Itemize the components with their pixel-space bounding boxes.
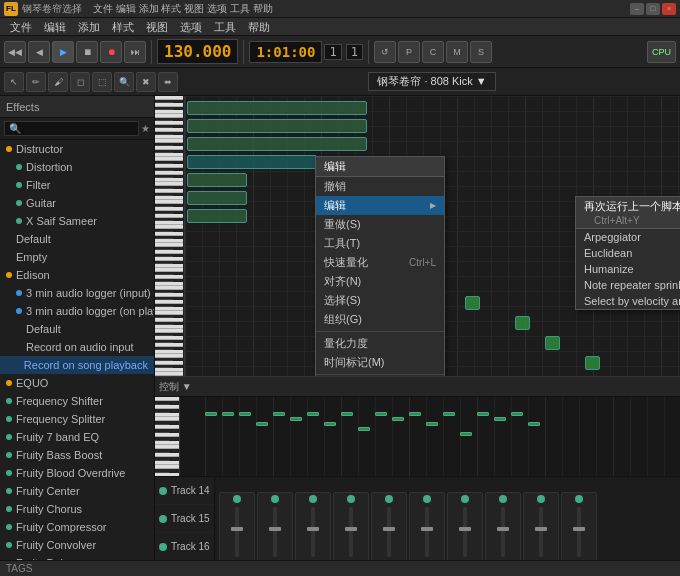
tool-mute[interactable]: ✖ — [136, 72, 156, 92]
channel-strip[interactable] — [219, 492, 255, 562]
fader-thumb[interactable] — [231, 527, 243, 531]
pattern-block[interactable] — [515, 316, 530, 330]
transport-rewind[interactable]: ◀◀ — [4, 41, 26, 63]
cs-item[interactable]: Humanize — [576, 261, 680, 277]
tool-pencil[interactable]: ✏ — [26, 72, 46, 92]
transport-play[interactable]: ▶ — [52, 41, 74, 63]
cm-item[interactable]: 组织(G) — [316, 310, 444, 329]
cm-item[interactable]: 时间标记(M) — [316, 353, 444, 372]
cm-item[interactable]: 对齐(N) — [316, 272, 444, 291]
cm-item[interactable]: 撤销 — [316, 177, 444, 196]
fader-thumb[interactable] — [383, 527, 395, 531]
menu-options[interactable]: 选项 — [174, 18, 208, 36]
cm-item[interactable]: 重做(S) — [316, 215, 444, 234]
pattern-block[interactable] — [187, 191, 247, 205]
cs-item[interactable]: Arpeggiator — [576, 229, 680, 245]
track-label[interactable]: 钢琴卷帘 · 808 Kick ▼ — [368, 72, 495, 91]
pattern-block[interactable] — [187, 155, 317, 169]
minimize-button[interactable]: – — [630, 3, 644, 15]
transport-back[interactable]: ◀ — [28, 41, 50, 63]
sidebar-item[interactable]: Empty — [0, 248, 154, 266]
cm-item[interactable]: 工具(T) — [316, 234, 444, 253]
pattern-block[interactable] — [187, 209, 247, 223]
fader-thumb[interactable] — [535, 527, 547, 531]
close-button[interactable]: × — [662, 3, 676, 15]
fader-thumb[interactable] — [307, 527, 319, 531]
cs-item[interactable]: Euclidean — [576, 245, 680, 261]
tool-zoom[interactable]: 🔍 — [114, 72, 134, 92]
channel-fader[interactable] — [387, 507, 391, 557]
cs-item[interactable]: Note repeater sprinkler — [576, 277, 680, 293]
channel-strip[interactable] — [485, 492, 521, 562]
sidebar-item[interactable]: Fruity Convolver — [0, 536, 154, 554]
channel-fader[interactable] — [349, 507, 353, 557]
transport-stop[interactable]: ⏹ — [76, 41, 98, 63]
sidebar-item[interactable]: Frequency Shifter — [0, 392, 154, 410]
pattern-block[interactable] — [545, 336, 560, 350]
channel-fader[interactable] — [577, 507, 581, 557]
channel-strip[interactable] — [371, 492, 407, 562]
channel-strip[interactable] — [409, 492, 445, 562]
snap-btn[interactable]: S — [470, 41, 492, 63]
bpm-display[interactable]: 130.000 — [157, 39, 238, 64]
cs-item[interactable]: Select by velocity and more — [576, 293, 680, 309]
menu-view[interactable]: 视图 — [140, 18, 174, 36]
sidebar-item[interactable]: Fruity Center — [0, 482, 154, 500]
piano-roll-container[interactable] — [180, 397, 680, 476]
cm-item[interactable]: 选择(S) — [316, 291, 444, 310]
sidebar-item[interactable]: Record on song playback — [0, 356, 154, 374]
channel-strip[interactable] — [295, 492, 331, 562]
pattern-block[interactable] — [187, 137, 367, 151]
pattern-block[interactable] — [187, 101, 367, 115]
menu-tools[interactable]: 工具 — [208, 18, 242, 36]
pattern-block[interactable] — [187, 119, 367, 133]
sidebar-item[interactable]: Fruity Chorus — [0, 500, 154, 518]
channel-strip[interactable] — [333, 492, 369, 562]
tool-select[interactable]: ⬚ — [92, 72, 112, 92]
fader-thumb[interactable] — [573, 527, 585, 531]
tool-brush[interactable]: 🖌 — [48, 72, 68, 92]
punch-btn[interactable]: P — [398, 41, 420, 63]
pattern-block[interactable] — [585, 356, 600, 370]
tool-cursor[interactable]: ↖ — [4, 72, 24, 92]
tool-slip[interactable]: ⬌ — [158, 72, 178, 92]
sidebar-item[interactable]: 3 min audio logger (input) — [0, 284, 154, 302]
sidebar-item[interactable]: Record on audio input — [0, 338, 154, 356]
transport-forward[interactable]: ⏭ — [124, 41, 146, 63]
channel-fader[interactable] — [235, 507, 239, 557]
sidebar-item[interactable]: Distortion — [0, 158, 154, 176]
maximize-button[interactable]: □ — [646, 3, 660, 15]
sidebar-search-input[interactable] — [4, 121, 139, 136]
sidebar-item[interactable]: Distructor — [0, 140, 154, 158]
fader-thumb[interactable] — [421, 527, 433, 531]
sidebar-item[interactable]: 3 min audio logger (on play) — [0, 302, 154, 320]
cm-item[interactable]: 编辑 — [316, 196, 444, 215]
channel-fader[interactable] — [501, 507, 505, 557]
cm-item[interactable]: 量化力度 — [316, 334, 444, 353]
arrange-area[interactable]: 编辑 撤销编辑重做(S)工具(T)快速量化Ctrl+L对齐(N)选择(S)组织(… — [155, 96, 680, 376]
pattern-block[interactable] — [465, 296, 480, 310]
menu-file[interactable]: 文件 — [4, 18, 38, 36]
channel-strip[interactable] — [447, 492, 483, 562]
sidebar-item[interactable]: Fruity Compressor — [0, 518, 154, 536]
sidebar-item[interactable]: Fruity 7 band EQ — [0, 428, 154, 446]
channel-strip[interactable] — [257, 492, 293, 562]
sidebar-item[interactable]: Edison — [0, 266, 154, 284]
sidebar-item[interactable]: X Saif Sameer — [0, 212, 154, 230]
fader-thumb[interactable] — [269, 527, 281, 531]
pattern-block[interactable] — [187, 173, 247, 187]
menu-help[interactable]: 帮助 — [242, 18, 276, 36]
menu-add[interactable]: 添加 — [72, 18, 106, 36]
metro-btn[interactable]: M — [446, 41, 468, 63]
loop-btn[interactable]: ↺ — [374, 41, 396, 63]
sidebar-item[interactable]: Frequency Splitter — [0, 410, 154, 428]
cm-item[interactable]: 快速量化Ctrl+L — [316, 253, 444, 272]
count-btn[interactable]: C — [422, 41, 444, 63]
channel-fader[interactable] — [463, 507, 467, 557]
fader-thumb[interactable] — [497, 527, 509, 531]
channel-strip[interactable] — [561, 492, 597, 562]
sidebar-item[interactable]: Guitar — [0, 194, 154, 212]
piano-roll-area[interactable] — [155, 397, 680, 476]
transport-record[interactable]: ⏺ — [100, 41, 122, 63]
channel-fader[interactable] — [273, 507, 277, 557]
